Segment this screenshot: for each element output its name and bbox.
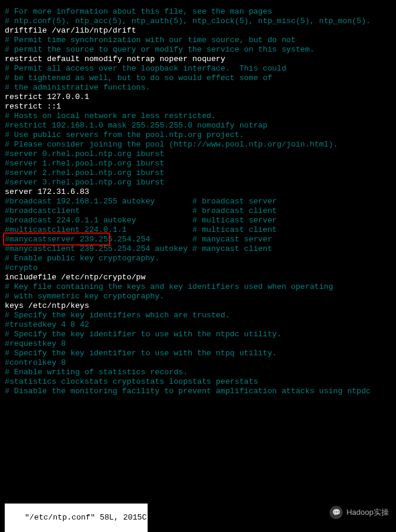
code-line: #restrict 192.168.1.0 mask 255.255.255.0… [5,121,391,130]
code-line: driftfile /var/lib/ntp/drift [5,26,391,36]
file-content: # For more information about this file, … [5,7,391,396]
code-line: # permit the source to query or modify t… [5,45,391,55]
code-line: restrict ::1 [5,102,391,112]
code-line: #trustedkey 4 8 42 [5,320,391,330]
code-line: #multicastclient 224.0.1.1 # multicast c… [5,225,391,235]
code-line: #manycastclient 239.255.254.254 autokey … [5,244,391,254]
vim-status-bar: "/etc/ntp.conf" 58L, 2015C [5,504,148,532]
code-line: #broadcast 224.0.1.1 autokey # multicast… [5,216,391,225]
code-line: # For more information about this file, … [5,7,391,17]
code-line: # Permit time synchronization with our t… [5,36,391,45]
code-line: #statistics clockstats cryptostats loops… [5,377,391,387]
code-line: #server 2.rhel.pool.ntp.org iburst [5,168,391,178]
watermark: 💬 Hadoop实操 [330,506,389,519]
code-line: server 172.31.6.83 [5,187,391,197]
code-line: # Specify the key identifier to use with… [5,349,391,358]
code-line: #server 0.rhel.pool.ntp.org iburst [5,149,391,159]
code-line: # Enable public key cryptography. [5,254,391,263]
status-text: "/etc/ntp.conf" 58L, 2015C [25,513,147,522]
code-line: # Please consider joining the pool (http… [5,140,391,149]
code-line: # Key file containing the keys and key i… [5,282,391,292]
code-line: # Enable writing of statistics records. [5,368,391,377]
code-line: #manycastserver 239.255.254.254 # manyca… [5,235,391,244]
code-line: restrict default nomodify notrap nopeer … [5,55,391,64]
code-line: # Specify the key identifier to use with… [5,330,391,339]
terminal-viewport[interactable]: # For more information about this file, … [0,0,396,532]
code-line: restrict 127.0.0.1 [5,93,391,102]
code-line: includefile /etc/ntp/crypto/pw [5,273,391,282]
code-line: #server 1.rhel.pool.ntp.org iburst [5,159,391,168]
code-line: # with symmetric key cryptography. [5,292,391,301]
code-line: #server 3.rhel.pool.ntp.org iburst [5,178,391,187]
code-line: keys /etc/ntp/keys [5,301,391,311]
code-line: # be tightened as well, but to do so wou… [5,74,391,83]
code-line: # Permit all access over the loopback in… [5,64,391,74]
code-line: # Specify the key identifiers which are … [5,311,391,320]
code-line: # Use public servers from the pool.ntp.o… [5,130,391,140]
code-line: # Hosts on local network are less restri… [5,112,391,121]
watermark-icon: 💬 [330,506,343,519]
code-line: #controlkey 8 [5,358,391,368]
code-line: #broadcastclient # broadcast client [5,206,391,216]
code-line: # ntp.conf(5), ntp_acc(5), ntp_auth(5), … [5,17,391,26]
code-line: #broadcast 192.168.1.255 autokey # broad… [5,197,391,206]
code-line: #requestkey 8 [5,339,391,349]
code-line: # Disable the monitoring facility to pre… [5,387,391,396]
code-line: # the administrative functions. [5,83,391,93]
code-line: #crypto [5,263,391,273]
watermark-label: Hadoop实操 [346,508,389,517]
